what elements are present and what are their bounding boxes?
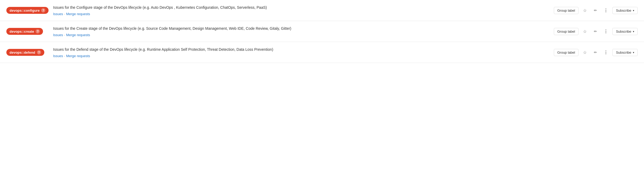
more-options-button[interactable]: ⋮	[602, 6, 610, 15]
more-options-button[interactable]: ⋮	[602, 27, 610, 36]
group-label-button[interactable]: Group label	[554, 49, 578, 56]
label-row: devops::configure ? Issues for the Confi…	[0, 0, 644, 21]
issues-link[interactable]: Issues	[53, 54, 63, 58]
label-badge-wrap: devops::configure ?	[6, 7, 49, 14]
link-separator: ·	[64, 33, 65, 37]
label-badge[interactable]: devops::create ?	[6, 28, 43, 35]
question-icon[interactable]: ?	[36, 29, 40, 33]
star-button[interactable]: ☆	[581, 27, 589, 36]
merge-requests-link[interactable]: Merge requests	[66, 12, 90, 16]
label-list: devops::configure ? Issues for the Confi…	[0, 0, 644, 63]
group-label-button[interactable]: Group label	[554, 28, 578, 35]
subscribe-button[interactable]: Subscribe ▾	[612, 7, 638, 14]
subscribe-button[interactable]: Subscribe ▾	[612, 28, 638, 35]
chevron-down-icon: ▾	[633, 51, 634, 54]
question-icon[interactable]: ?	[37, 50, 41, 54]
label-content: Issues for the Create stage of the DevOp…	[53, 26, 550, 37]
label-actions: Group label ☆ ✏ ⋮ Subscribe ▾	[554, 6, 638, 15]
edit-button[interactable]: ✏	[591, 27, 600, 36]
label-description: Issues for the Defend stage of the DevOp…	[53, 47, 550, 52]
label-actions: Group label ☆ ✏ ⋮ Subscribe ▾	[554, 48, 638, 57]
chevron-down-icon: ▾	[633, 9, 634, 12]
star-button[interactable]: ☆	[581, 48, 589, 57]
ellipsis-icon: ⋮	[604, 50, 608, 55]
chevron-down-icon: ▾	[633, 30, 634, 33]
label-badge[interactable]: devops::defend ?	[6, 49, 44, 56]
label-links: Issues · Merge requests	[53, 12, 550, 16]
ellipsis-icon: ⋮	[604, 29, 608, 34]
link-separator: ·	[64, 12, 65, 16]
edit-icon: ✏	[594, 8, 597, 12]
label-row: devops::defend ? Issues for the Defend s…	[0, 42, 644, 63]
merge-requests-link[interactable]: Merge requests	[66, 33, 90, 37]
label-content: Issues for the Defend stage of the DevOp…	[53, 47, 550, 58]
label-row: devops::create ? Issues for the Create s…	[0, 21, 644, 42]
subscribe-button[interactable]: Subscribe ▾	[612, 49, 638, 56]
edit-icon: ✏	[594, 50, 597, 54]
more-options-button[interactable]: ⋮	[602, 48, 610, 57]
label-badge-wrap: devops::create ?	[6, 28, 49, 35]
issues-link[interactable]: Issues	[53, 12, 63, 16]
edit-icon: ✏	[594, 29, 597, 33]
edit-button[interactable]: ✏	[591, 6, 600, 15]
link-separator: ·	[64, 54, 65, 58]
edit-button[interactable]: ✏	[591, 48, 600, 57]
ellipsis-icon: ⋮	[604, 8, 608, 13]
label-links: Issues · Merge requests	[53, 54, 550, 58]
star-button[interactable]: ☆	[581, 6, 589, 15]
star-icon: ☆	[583, 50, 587, 55]
group-label-button[interactable]: Group label	[554, 7, 578, 14]
label-description: Issues for the Create stage of the DevOp…	[53, 26, 550, 31]
star-icon: ☆	[583, 8, 587, 13]
label-description: Issues for the Configure stage of the De…	[53, 5, 550, 10]
label-badge[interactable]: devops::configure ?	[6, 7, 49, 14]
label-links: Issues · Merge requests	[53, 33, 550, 37]
label-badge-wrap: devops::defend ?	[6, 49, 49, 56]
label-content: Issues for the Configure stage of the De…	[53, 5, 550, 16]
question-icon[interactable]: ?	[41, 8, 45, 12]
merge-requests-link[interactable]: Merge requests	[66, 54, 90, 58]
star-icon: ☆	[583, 29, 587, 34]
issues-link[interactable]: Issues	[53, 33, 63, 37]
label-actions: Group label ☆ ✏ ⋮ Subscribe ▾	[554, 27, 638, 36]
